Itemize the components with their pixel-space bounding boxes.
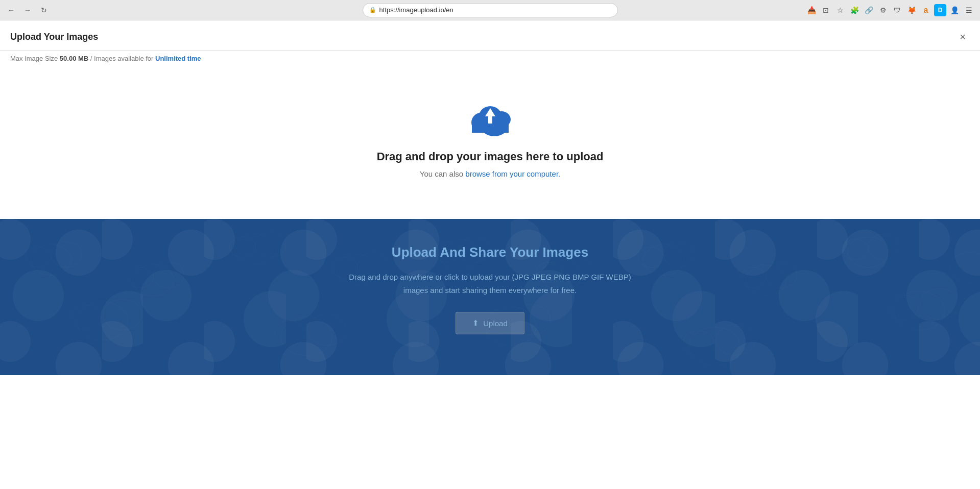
svg-point-32 <box>843 239 868 260</box>
pattern-decoration <box>0 219 980 375</box>
upload-button-icon: ⬆ <box>472 319 479 328</box>
profile-icon[interactable]: 👤 <box>948 4 961 16</box>
forward-button[interactable]: → <box>21 4 34 16</box>
page-wrapper: Upload Your Images × Max Image Size 50.0… <box>0 20 980 489</box>
upload-button[interactable]: ⬆ Upload <box>456 312 524 334</box>
shield-icon[interactable]: 🛡 <box>891 4 903 16</box>
svg-point-28 <box>766 262 797 288</box>
modal-title: Upload Your Images <box>10 32 98 42</box>
sub-text-prefix: You can also <box>420 169 466 178</box>
svg-point-31 <box>868 234 899 260</box>
firefox-icon[interactable]: 🦊 <box>905 4 918 16</box>
svg-point-33 <box>950 252 980 283</box>
address-bar[interactable]: 🔒 https://imageupload.io/en <box>363 3 618 17</box>
menu-icon[interactable]: ☰ <box>963 4 975 16</box>
svg-point-8 <box>26 247 51 267</box>
blue-section-description: Drag and drop anywhere or click to uploa… <box>337 271 643 297</box>
extensions-icon[interactable]: 🧩 <box>848 4 861 16</box>
svg-point-30 <box>848 237 889 267</box>
svg-point-35 <box>103 299 142 330</box>
browse-link[interactable]: browse from your computer. <box>465 169 560 178</box>
svg-point-29 <box>740 267 766 288</box>
svg-point-26 <box>638 247 664 267</box>
svg-point-11 <box>128 267 153 288</box>
reader-icon[interactable]: ⊡ <box>820 4 832 16</box>
url-text: https://imageupload.io/en <box>379 6 453 14</box>
modal-header: Upload Your Images × <box>0 20 980 51</box>
info-separator: / Images available for <box>90 55 155 62</box>
max-size-label: Max Image Size <box>10 55 58 62</box>
amazon-icon[interactable]: a <box>920 4 932 16</box>
svg-point-39 <box>275 321 305 345</box>
close-button[interactable]: × <box>955 30 970 44</box>
svg-point-37 <box>281 317 332 356</box>
svg-point-45 <box>683 331 714 355</box>
back-button[interactable]: ← <box>5 4 17 16</box>
svg-point-34 <box>77 302 128 340</box>
svg-point-48 <box>888 295 918 320</box>
svg-point-14 <box>230 237 255 257</box>
security-icon: 🔒 <box>369 7 376 13</box>
svg-point-43 <box>689 327 740 366</box>
upload-button-label: Upload <box>483 319 508 328</box>
svg-point-38 <box>307 314 346 345</box>
svg-point-46 <box>894 291 945 330</box>
svg-point-13 <box>255 232 286 257</box>
upload-dropzone[interactable]: Drag and drop your images here to upload… <box>0 66 980 219</box>
svg-point-12 <box>235 234 276 265</box>
dashlane-icon[interactable]: D <box>934 4 946 16</box>
max-size-value: 50.00 MB <box>60 55 88 62</box>
svg-point-25 <box>664 242 695 267</box>
drag-drop-subtitle: You can also browse from your computer. <box>420 169 560 178</box>
cloud-upload-icon <box>465 97 516 138</box>
svg-point-24 <box>643 244 684 275</box>
svg-rect-4 <box>472 123 509 133</box>
download-icon[interactable]: 📥 <box>805 4 818 16</box>
drag-drop-title: Drag and drop your images here to upload <box>377 150 604 163</box>
blue-section-title: Upload And Share Your Images <box>392 244 588 260</box>
browser-toolbar-right: 📥 ⊡ ☆ 🧩 🔗 ⚙ 🛡 🦊 a D 👤 ☰ <box>805 4 975 16</box>
browser-chrome: ← → ↻ 🔒 https://imageupload.io/en 📥 ⊡ ☆ … <box>0 0 980 20</box>
blue-promo-section: Upload And Share Your Images Drag and dr… <box>0 219 980 375</box>
star-icon[interactable]: ☆ <box>834 4 846 16</box>
svg-point-47 <box>920 289 959 320</box>
svg-point-9 <box>133 265 174 296</box>
svg-point-27 <box>746 265 786 296</box>
svg-point-10 <box>153 262 184 288</box>
refresh-button[interactable]: ↻ <box>38 4 50 16</box>
info-bar: Max Image Size 50.00 MB / Images availab… <box>0 51 980 66</box>
svg-point-6 <box>31 244 71 275</box>
svg-point-7 <box>51 242 82 267</box>
settings-icon[interactable]: ⚙ <box>877 4 889 16</box>
svg-point-44 <box>716 325 755 355</box>
svg-point-36 <box>70 305 101 330</box>
link-icon[interactable]: 🔗 <box>863 4 875 16</box>
availability-text: Unlimited time <box>155 55 201 62</box>
